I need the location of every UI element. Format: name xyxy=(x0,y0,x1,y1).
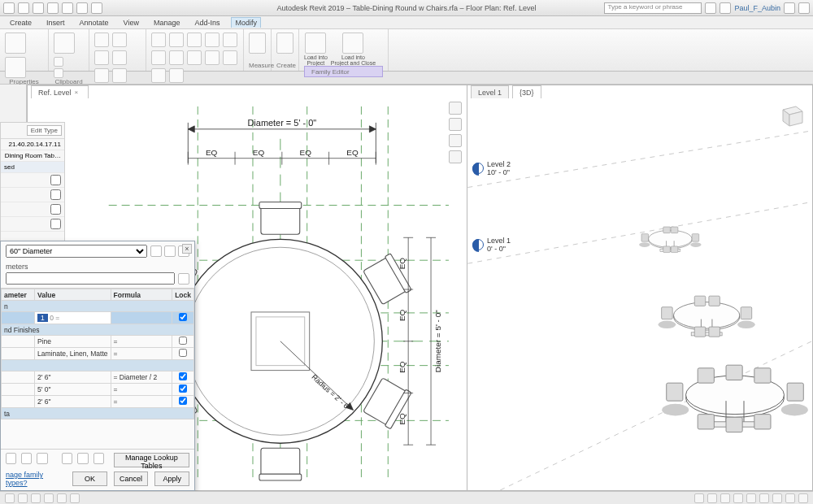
parameter-search-input[interactable] xyxy=(6,272,175,285)
prop-omniclass[interactable]: 21.40.20.14.17.11 xyxy=(8,141,61,148)
ribbon-tab-modify[interactable]: Modify xyxy=(231,17,261,28)
view-3d[interactable]: Level 1 {3D} Level 2 10' - 0" Le xyxy=(467,85,813,491)
align-tool-icon[interactable] xyxy=(151,33,166,47)
measure-tool-icon[interactable] xyxy=(249,33,266,54)
ribbon-tab-insert[interactable]: Insert xyxy=(43,18,68,28)
view-tab-plan[interactable]: Ref. Level × xyxy=(31,85,89,98)
view-tab-level1[interactable]: Level 1 xyxy=(471,85,509,98)
col-value[interactable]: Value xyxy=(35,289,111,301)
view-tab-3d[interactable]: {3D} xyxy=(512,85,541,98)
manage-family-types-link[interactable]: nage family types? xyxy=(6,471,59,487)
edit-type-button[interactable]: Edit Type xyxy=(27,125,62,136)
sb-filter-icon[interactable] xyxy=(707,493,717,503)
create-tool-icon[interactable] xyxy=(276,33,293,54)
lock-checkbox[interactable] xyxy=(179,372,187,380)
edit-param-icon[interactable] xyxy=(21,453,32,464)
rotate-tool-icon[interactable] xyxy=(223,33,237,47)
sb-selectcount-icon[interactable] xyxy=(798,493,808,503)
search-icon[interactable] xyxy=(178,273,189,285)
infocenter-search[interactable]: Type a keyword or phrase xyxy=(604,2,702,14)
pin-tool-icon[interactable] xyxy=(205,50,220,65)
search-icon[interactable] xyxy=(705,2,716,14)
new-param-icon[interactable] xyxy=(6,453,16,464)
sb-design-icon[interactable] xyxy=(772,493,782,503)
sb-workset-icon[interactable] xyxy=(746,493,756,503)
lock-checkbox[interactable] xyxy=(179,385,187,393)
qat-sync-icon[interactable] xyxy=(91,2,102,14)
split-tool-icon[interactable] xyxy=(94,68,109,83)
ok-button[interactable]: OK xyxy=(72,471,107,486)
sb-link-icon[interactable] xyxy=(720,493,730,503)
trim-tool-icon[interactable] xyxy=(151,50,166,65)
ribbon-tab-annotate[interactable]: Annotate xyxy=(76,18,112,28)
table-row[interactable]: Laminate, Linen, Matte= xyxy=(2,348,194,360)
sb-mainmodel-icon[interactable] xyxy=(785,493,795,503)
prop-check-3[interactable] xyxy=(50,204,61,215)
lock-checkbox[interactable] xyxy=(179,337,187,345)
qat-print-icon[interactable] xyxy=(76,2,88,14)
lock-checkbox[interactable] xyxy=(179,313,187,321)
paste-tool-icon[interactable] xyxy=(54,33,75,54)
parameters-grid[interactable]: ameter Value Formula Lock n1 0 =nd Finis… xyxy=(1,288,194,449)
sb-select-icon[interactable] xyxy=(694,493,704,503)
type-name-select[interactable]: 60" Diameter xyxy=(6,245,147,258)
modify-tool-icon[interactable] xyxy=(5,33,26,54)
sb-visual-icon[interactable] xyxy=(31,493,41,503)
array-tool-icon[interactable] xyxy=(169,50,184,65)
sb-scale-icon[interactable] xyxy=(5,493,15,503)
ribbon-tab-addins[interactable]: Add-Ins xyxy=(191,18,223,28)
move-up-icon[interactable] xyxy=(62,453,72,464)
load-into-project-close-icon[interactable] xyxy=(342,33,363,54)
delete-param-icon[interactable] xyxy=(37,453,47,464)
close-icon[interactable]: × xyxy=(75,89,81,96)
sort-icon[interactable] xyxy=(93,453,104,464)
ribbon-tab-create[interactable]: Create xyxy=(7,18,35,28)
properties-tool-icon[interactable] xyxy=(5,57,26,78)
load-into-project-icon[interactable] xyxy=(305,33,326,54)
sb-editreq-icon[interactable] xyxy=(759,493,769,503)
user-name[interactable]: Paul_F_Aubin xyxy=(734,4,780,12)
prop-check-2[interactable] xyxy=(50,189,61,200)
table-row[interactable]: 2' 6"= xyxy=(2,396,194,408)
move-down-icon[interactable] xyxy=(77,453,88,464)
ribbon-tab-manage[interactable]: Manage xyxy=(150,18,184,28)
qat-open-icon[interactable] xyxy=(18,2,29,14)
unjoin-tool-icon[interactable] xyxy=(112,50,127,65)
table-row[interactable]: 5' 0"= xyxy=(2,384,194,396)
table-row[interactable]: 2' 6"= Diameter / 2 xyxy=(2,371,194,384)
wall-tool-icon[interactable] xyxy=(112,68,127,83)
lock-checkbox[interactable] xyxy=(179,397,187,405)
sb-crop-icon[interactable] xyxy=(70,493,80,503)
qat-undo-icon[interactable] xyxy=(47,2,59,14)
table-row[interactable]: nd Finishes xyxy=(2,324,194,336)
offset-tool-icon[interactable] xyxy=(187,33,202,47)
col-parameter[interactable]: ameter xyxy=(2,289,35,301)
cut-tool-icon[interactable] xyxy=(54,57,63,67)
col-lock[interactable]: Lock xyxy=(172,289,194,301)
qat-save-icon[interactable] xyxy=(33,2,44,14)
table-row[interactable]: ta xyxy=(2,408,194,419)
dialog-close-icon[interactable]: × xyxy=(182,244,192,254)
cutgeom-tool-icon[interactable] xyxy=(112,33,127,47)
splitelem-tool-icon[interactable] xyxy=(151,68,166,83)
favorites-icon[interactable] xyxy=(784,2,795,14)
sb-detail-icon[interactable] xyxy=(18,493,28,503)
ribbon-tab-view[interactable]: View xyxy=(120,18,142,28)
scale-tool-icon[interactable] xyxy=(187,50,202,65)
table-row[interactable]: 1 0 = xyxy=(2,312,194,324)
copy-tool-icon[interactable] xyxy=(54,68,63,78)
cancel-button[interactable]: Cancel xyxy=(114,471,149,486)
move-tool-icon[interactable] xyxy=(169,33,184,47)
apply-button[interactable]: Apply xyxy=(154,471,189,486)
table-row[interactable]: Pine= xyxy=(2,336,194,348)
prop-check-4[interactable] xyxy=(50,219,61,229)
manage-lookup-button[interactable]: Manage Lookup Tables xyxy=(114,453,189,467)
delete-tool-icon[interactable] xyxy=(223,50,237,65)
new-type-icon[interactable] xyxy=(150,245,162,257)
table-row[interactable] xyxy=(2,360,194,371)
unpin-tool-icon[interactable] xyxy=(169,68,184,83)
prop-check-1[interactable] xyxy=(50,175,61,185)
help-icon[interactable] xyxy=(798,2,810,14)
rename-type-icon[interactable] xyxy=(164,245,176,257)
table-row[interactable]: n xyxy=(2,301,194,312)
